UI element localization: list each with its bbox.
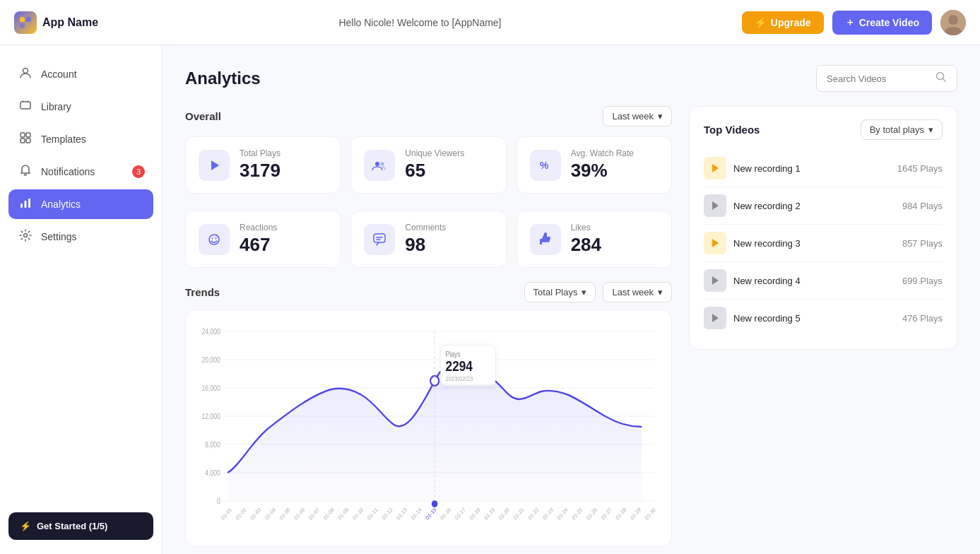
- top-videos-sort-dropdown[interactable]: By total plays ▾: [861, 119, 943, 140]
- svg-point-22: [212, 237, 213, 239]
- sidebar-item-library[interactable]: Library: [8, 92, 153, 122]
- search-icon: [935, 71, 947, 86]
- svg-text:16,000: 16,000: [201, 384, 220, 392]
- two-col-layout: Overall Last week ▾ T: [185, 106, 957, 547]
- svg-text:01-27: 01-27: [600, 506, 613, 521]
- avatar[interactable]: [940, 10, 966, 35]
- svg-text:01-15: 01-15: [425, 506, 437, 521]
- overall-header: Overall Last week ▾: [185, 106, 672, 126]
- stat-info: Reactions 467: [240, 223, 277, 256]
- video-thumb-5: [704, 307, 726, 329]
- sidebar-item-notifications[interactable]: Notifications 3: [8, 157, 153, 187]
- stat-info: Comments 98: [405, 223, 446, 256]
- svg-text:01-28: 01-28: [615, 506, 627, 521]
- svg-text:01-18: 01-18: [468, 506, 481, 521]
- lightning-icon: ⚡: [20, 521, 31, 531]
- video-plays-2: 984 Plays: [902, 201, 943, 211]
- stats-grid-row2: Reactions 467 Comments 98: [185, 211, 672, 268]
- stat-comments: Comments 98: [350, 211, 506, 268]
- chevron-down-icon: ▾: [658, 111, 663, 122]
- top-videos-title: Top Videos: [704, 124, 760, 136]
- search-box[interactable]: [816, 65, 957, 92]
- sidebar: Account Library Templates Notifications: [0, 45, 163, 554]
- trends-chart: 24,000 20,000 16,000 12,000 8,000 4,000 …: [197, 324, 660, 529]
- svg-rect-1: [26, 17, 31, 22]
- svg-marker-79: [712, 276, 719, 285]
- video-name-2: New recording 2: [733, 201, 801, 211]
- video-thumb-4: [704, 269, 726, 292]
- svg-text:2023/02/23: 2023/02/23: [446, 375, 473, 382]
- sidebar-footer: ⚡ Get Started (1/5): [8, 512, 153, 540]
- sidebar-item-templates[interactable]: Templates: [8, 124, 153, 154]
- video-name-1: New recording 1: [733, 163, 801, 174]
- video-plays-3: 857 Plays: [902, 238, 943, 249]
- chart-wrap: 24,000 20,000 16,000 12,000 8,000 4,000 …: [197, 324, 660, 532]
- create-video-button[interactable]: ＋ Create Video: [832, 11, 932, 35]
- svg-point-6: [23, 69, 28, 73]
- svg-rect-14: [28, 199, 30, 208]
- svg-rect-24: [374, 234, 385, 242]
- video-row-5: New recording 5 476 Plays: [704, 300, 943, 336]
- svg-text:12,000: 12,000: [201, 413, 220, 420]
- svg-rect-10: [20, 138, 25, 143]
- app-logo[interactable]: App Name: [14, 11, 98, 34]
- svg-marker-77: [712, 201, 719, 210]
- comments-icon: [364, 224, 395, 255]
- top-videos-header: Top Videos By total plays ▾: [704, 119, 943, 140]
- svg-text:4,000: 4,000: [205, 469, 220, 477]
- svg-text:01-20: 01-20: [497, 506, 510, 521]
- stat-info: Avg. Watch Rate 39%: [571, 148, 634, 182]
- video-thumb-1: [704, 157, 726, 179]
- svg-text:01-04: 01-04: [264, 506, 276, 521]
- analytics-icon: [18, 196, 33, 212]
- svg-text:01-24: 01-24: [556, 506, 569, 521]
- watch-rate-icon: %: [530, 150, 561, 181]
- sidebar-notifications-label: Notifications: [41, 166, 95, 177]
- sidebar-nav: Account Library Templates Notifications: [8, 59, 153, 252]
- svg-point-23: [216, 237, 217, 239]
- left-col: Overall Last week ▾ T: [185, 106, 672, 547]
- svg-text:01-06: 01-06: [293, 506, 306, 521]
- svg-text:01-29: 01-29: [629, 506, 642, 521]
- sidebar-settings-label: Settings: [41, 231, 77, 242]
- reactions-icon: [199, 224, 230, 255]
- sidebar-item-analytics[interactable]: Analytics: [8, 189, 153, 219]
- layout: Account Library Templates Notifications: [0, 45, 980, 554]
- top-videos-panel: Top Videos By total plays ▾ New recordin…: [689, 106, 957, 350]
- upgrade-icon: ⚡: [755, 17, 767, 28]
- get-started-button[interactable]: ⚡ Get Started (1/5): [8, 512, 153, 540]
- svg-point-18: [375, 162, 379, 166]
- stat-total-plays: Total Plays 3179: [185, 136, 341, 194]
- chart-container: 24,000 20,000 16,000 12,000 8,000 4,000 …: [185, 310, 672, 547]
- trends-header: Trends Total Plays ▾ Last week ▾: [185, 282, 672, 302]
- svg-text:01-13: 01-13: [396, 506, 408, 521]
- svg-point-15: [24, 234, 28, 237]
- svg-marker-76: [712, 164, 719, 172]
- overall-period-dropdown[interactable]: Last week ▾: [603, 106, 672, 126]
- search-input[interactable]: [827, 73, 930, 84]
- svg-marker-17: [211, 160, 219, 170]
- svg-text:01-12: 01-12: [381, 506, 394, 521]
- trends-period-dropdown[interactable]: Last week ▾: [603, 282, 672, 302]
- chevron-down-icon: ▾: [928, 124, 933, 135]
- trends-metric-dropdown[interactable]: Total Plays ▾: [524, 282, 596, 302]
- svg-text:0: 0: [217, 497, 220, 505]
- svg-rect-7: [20, 102, 30, 109]
- chevron-down-icon: ▾: [658, 287, 663, 297]
- library-icon: [18, 99, 33, 114]
- viewers-icon: [364, 150, 395, 181]
- svg-rect-2: [20, 23, 25, 28]
- upgrade-button[interactable]: ⚡ Upgrade: [742, 11, 824, 34]
- page-title: Analytics: [185, 69, 261, 88]
- svg-rect-11: [26, 138, 30, 143]
- sidebar-item-account[interactable]: Account: [8, 59, 153, 89]
- svg-text:01-14: 01-14: [410, 506, 423, 521]
- video-name-5: New recording 5: [733, 313, 801, 324]
- video-row-1: New recording 1 1645 Plays: [704, 150, 943, 187]
- stat-info: Likes 284: [571, 223, 601, 256]
- sidebar-analytics-label: Analytics: [41, 199, 81, 210]
- svg-text:2294: 2294: [446, 358, 473, 374]
- sidebar-item-settings[interactable]: Settings: [8, 222, 153, 252]
- play-icon: [199, 150, 230, 181]
- svg-point-21: [209, 235, 219, 244]
